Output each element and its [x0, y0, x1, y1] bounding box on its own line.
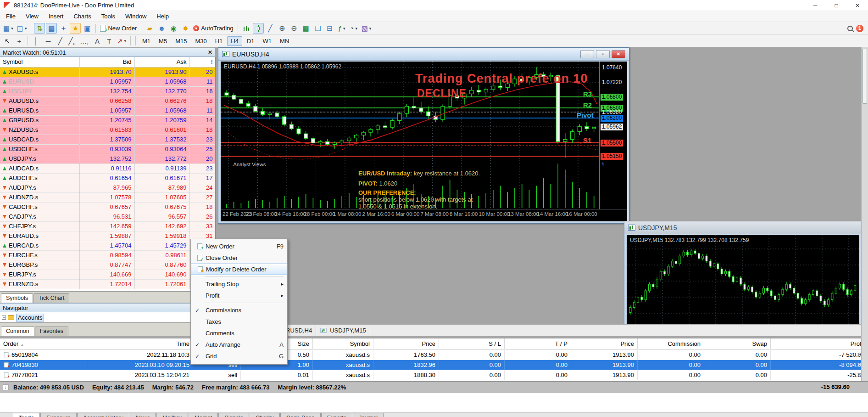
cursor-button[interactable]: ↖: [2, 36, 13, 46]
bottom-tab-trade[interactable]: Trade: [13, 413, 40, 417]
mw-col-[interactable]: !: [189, 57, 216, 67]
window-maximize-button[interactable]: □: [826, 0, 847, 11]
market-watch-row[interactable]: EURCAD.s1.457041.45729: [0, 241, 216, 250]
zoom-in-button[interactable]: ⊕: [277, 23, 288, 34]
tab-symbols[interactable]: Symbols: [1, 293, 33, 303]
mw-col-bid[interactable]: Bid: [79, 57, 134, 67]
context-menu-item-new-order[interactable]: +New OrderF9: [191, 241, 287, 252]
market-watch-row[interactable]: EURAUD.s1.598871.5991831: [0, 231, 216, 241]
market-watch-row[interactable]: XAUUSD.s1913.701913.9020: [0, 67, 216, 77]
market-watch-row[interactable]: CADCHF.s0.676570.6767518: [0, 202, 216, 212]
market-watch-row[interactable]: CADJPY.s96.53196.55726: [0, 212, 216, 221]
context-menu-item-comments[interactable]: Comments: [191, 327, 287, 339]
crosshair-button[interactable]: +: [14, 36, 25, 46]
chart-minimize-button[interactable]: ─: [580, 50, 594, 58]
market-watch-row[interactable]: USDJPY132.754132.77016: [0, 86, 216, 96]
arrange-windows-button[interactable]: ⊟: [324, 23, 335, 34]
terminal-col-commission[interactable]: Commission: [638, 338, 704, 349]
indicators-button[interactable]: ƒ▾: [336, 23, 347, 34]
market-watch-row[interactable]: EURNZD.s1.720141.72061: [0, 279, 216, 289]
tab-favorites[interactable]: Favorites: [35, 327, 68, 336]
menu-file[interactable]: File: [1, 11, 21, 21]
market-watch-close-icon[interactable]: ✕: [208, 49, 212, 56]
window-close-button[interactable]: ✕: [847, 0, 868, 11]
chart-close-button[interactable]: ✕: [612, 50, 625, 58]
bottom-tab-market[interactable]: Market: [189, 413, 218, 417]
menu-help[interactable]: Help: [151, 11, 174, 21]
navigator-toggle-button[interactable]: ★: [70, 23, 81, 34]
timeframe-h4[interactable]: H4: [227, 36, 242, 46]
reports-button[interactable]: ☻: [156, 23, 167, 34]
timeframe-w1[interactable]: W1: [259, 36, 276, 46]
order-row[interactable]: ▾707700212023.03.15 12:04:21sell0.01xauu…: [0, 370, 868, 380]
context-menu-item-modify-or-delete-order[interactable]: ✸Modify or Delete Order: [191, 264, 287, 275]
horizontal-line-button[interactable]: ─: [43, 36, 54, 46]
market-watch-row[interactable]: EURUSD1.059571.0596811: [0, 77, 216, 86]
context-menu-item-auto-arrange[interactable]: ✓Auto ArrangeA: [191, 339, 287, 350]
terminal-col-tp[interactable]: T / P: [505, 338, 571, 349]
menu-window[interactable]: Window: [120, 11, 151, 21]
cascade-windows-button[interactable]: ❏: [312, 23, 323, 34]
zoom-out-button[interactable]: ⊖: [289, 23, 300, 34]
new-chart-button[interactable]: ▦▾: [2, 23, 15, 34]
terminal-toggle-button[interactable]: ▣: [82, 23, 93, 34]
market-watch-row[interactable]: USDCAD.s1.375091.3753223: [0, 135, 216, 144]
chart-restore-button[interactable]: ▫: [596, 50, 610, 58]
arrow-tools-button[interactable]: ↗▾: [116, 36, 128, 46]
timeframe-m1[interactable]: M1: [139, 36, 154, 46]
trendline-button[interactable]: ╱: [55, 36, 66, 46]
text-button[interactable]: A: [92, 36, 103, 46]
market-watch-row[interactable]: AUDJPY.s87.96587.98924: [0, 183, 216, 192]
menu-tools[interactable]: Tools: [96, 11, 120, 21]
bottom-tab-signals[interactable]: Signals: [218, 413, 249, 417]
market-watch-row[interactable]: AUDUSD.s0.662580.6627618: [0, 96, 216, 106]
gold-script-button[interactable]: ▰: [144, 23, 155, 34]
tab-tick-chart[interactable]: Tick Chart: [33, 293, 70, 303]
menu-view[interactable]: View: [21, 11, 44, 21]
usdjpy-chart-window[interactable]: USDJPY,M15USDJPY,M15 132.783 132.799 132…: [624, 221, 862, 327]
menu-insert[interactable]: Insert: [44, 11, 69, 21]
autotrading-label-button[interactable]: AutoTrading: [192, 23, 234, 34]
vertical-line-button[interactable]: │: [31, 36, 42, 46]
bottom-tab-charity[interactable]: Charity: [250, 413, 280, 417]
context-menu-item-trailing-stop[interactable]: Trailing Stop▸: [191, 278, 287, 290]
text-label-button[interactable]: T: [104, 36, 115, 46]
templates-button[interactable]: ▧▾: [360, 23, 373, 34]
market-watch-row[interactable]: GBPUSD.s1.207451.2075914: [0, 115, 216, 125]
terminal-col-order[interactable]: Order▵: [0, 338, 87, 349]
market-watch-row[interactable]: USDCHF.s0.930390.9306425: [0, 144, 216, 154]
taskbar-item-usdjpym15[interactable]: USDJPY,M15: [316, 326, 370, 335]
market-watch-row[interactable]: AUDCHF.s0.616540.6167117: [0, 173, 216, 183]
eurusd-chart-window[interactable]: EURUSD,H4─▫✕EURUSD,H4 1.05896 1.05989 1.…: [218, 47, 629, 224]
terminal-col-price[interactable]: Price: [571, 338, 638, 349]
timeframe-d1[interactable]: D1: [243, 36, 258, 46]
terminal-col-swap[interactable]: Swap: [704, 338, 771, 349]
search-button[interactable]: [845, 23, 856, 34]
terminal-col-time[interactable]: Time: [87, 338, 193, 349]
timeframe-m30[interactable]: M30: [191, 36, 210, 46]
terminal-col-symbol[interactable]: Symbol: [313, 338, 373, 349]
mw-col-ask[interactable]: Ask: [134, 57, 189, 67]
market-watch-row[interactable]: EURUSD.s1.059571.0596811: [0, 106, 216, 115]
data-window-toggle-button[interactable]: +: [58, 23, 69, 34]
channel-button[interactable]: ╱E: [67, 36, 78, 46]
notification-badge[interactable]: 1: [856, 25, 863, 32]
new-order-label-button[interactable]: +New Order: [99, 23, 138, 34]
market-watch-row[interactable]: NZDUSD.s0.615830.6160118: [0, 125, 216, 135]
navigator-item-accounts[interactable]: Accounts: [16, 314, 44, 321]
context-menu-item-commissions[interactable]: ✓Commissions: [191, 304, 287, 316]
tree-expand-icon[interactable]: +: [2, 316, 6, 320]
market-watch-row[interactable]: AUDCAD.s0.911160.9113923: [0, 163, 216, 173]
market-watch-row[interactable]: AUDNZD.s1.075781.0760527: [0, 192, 216, 202]
alerts-button[interactable]: ◉: [168, 23, 179, 34]
workspace-scrollbar[interactable]: [861, 47, 868, 381]
terminal-col-sl[interactable]: S / L: [439, 338, 505, 349]
line-chart-button[interactable]: ╱: [265, 23, 276, 34]
bottom-tab-account-history[interactable]: Account History: [77, 413, 129, 417]
context-menu-item-taxes[interactable]: Taxes: [191, 316, 287, 327]
timeframe-m5[interactable]: M5: [155, 36, 171, 46]
fibonacci-button[interactable]: …F: [78, 36, 91, 46]
expert-advisors-button[interactable]: ✸: [180, 23, 191, 34]
terminal-col-profit[interactable]: Profit: [771, 338, 868, 349]
candlestick-chart-button[interactable]: [253, 23, 264, 34]
